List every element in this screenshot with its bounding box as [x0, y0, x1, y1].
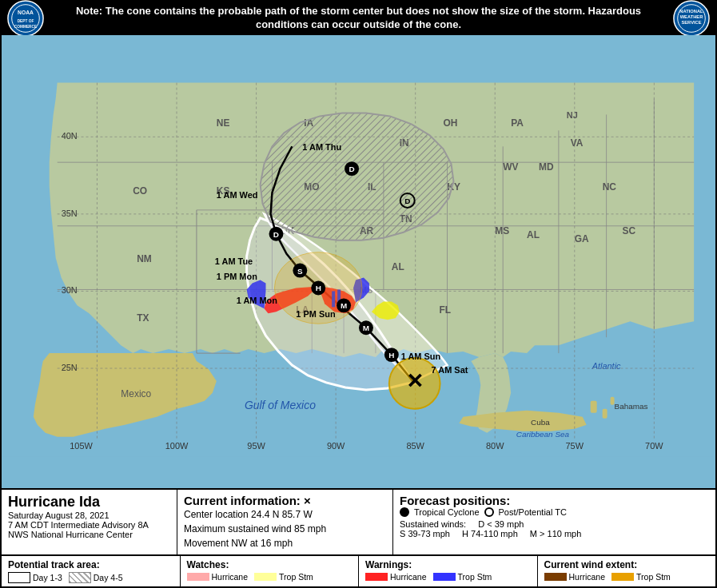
day45-label: Day 4-5: [94, 573, 123, 582]
current-location: Center location 24.4 N 85.7 W: [184, 507, 386, 522]
forecast-panel: Forecast positions: Tropical Cyclone Pos…: [393, 490, 715, 554]
svg-text:1 PM Sun: 1 PM Sun: [296, 309, 335, 319]
svg-text:Bahamas: Bahamas: [615, 402, 648, 411]
map-area: Gulf of Mexico Atlantic Caribbean Sea: [2, 35, 715, 488]
svg-text:Cuba: Cuba: [531, 417, 550, 426]
svg-text:SC: SC: [623, 225, 636, 236]
svg-text:D: D: [404, 197, 410, 205]
trop-stm-wind-label: Trop Stm: [636, 572, 671, 582]
svg-text:40N: 40N: [62, 131, 78, 141]
svg-text:GA: GA: [575, 233, 589, 244]
hurricane-advisory: 7 AM CDT Intermediate Advisory 8A: [8, 520, 170, 530]
hurricane-name: Hurricane Ida: [8, 494, 170, 511]
svg-text:S: S: [297, 266, 303, 275]
post-tc-icon: [484, 507, 494, 517]
current-info-title: Current information: ×: [184, 494, 386, 507]
bottom-legend-row: Potential track area: Day 1-3 Day 4-5 Wa…: [2, 555, 715, 586]
legend-trop-stm-wind: Trop Stm: [611, 572, 671, 582]
svg-text:VA: VA: [571, 137, 584, 149]
legend-track-area: Potential track area: Day 1-3 Day 4-5: [2, 556, 181, 586]
day13-label: Day 1-3: [33, 573, 62, 582]
svg-text:35N: 35N: [62, 209, 78, 218]
svg-text:NJ: NJ: [567, 110, 578, 120]
svg-rect-27: [591, 401, 597, 413]
svg-text:Mexico: Mexico: [121, 388, 151, 399]
svg-text:30N: 30N: [62, 285, 78, 295]
legend-wind-title: Current wind extent:: [544, 559, 710, 570]
svg-text:25N: 25N: [62, 363, 78, 372]
hurricane-watch-swatch: [187, 573, 209, 581]
svg-text:1 AM Sun: 1 AM Sun: [401, 352, 440, 361]
svg-text:NM: NM: [137, 252, 152, 264]
svg-text:1 PM Mon: 1 PM Mon: [217, 272, 257, 281]
svg-text:WV: WV: [503, 161, 518, 173]
tropical-cyclone-label: Tropical Cyclone: [414, 507, 480, 517]
legend-watches-title: Watches:: [187, 559, 353, 570]
svg-text:70W: 70W: [645, 440, 663, 450]
noaa-logo: NOAA DEPT OF COMMERCE: [6, 0, 45, 38]
svg-text:80W: 80W: [486, 440, 504, 450]
legend-hurricane-warning: Hurricane: [365, 572, 427, 582]
svg-text:WEATHER: WEATHER: [680, 14, 703, 19]
d-label: D < 39 mph: [478, 519, 524, 529]
cone-45-swatch: [69, 572, 91, 583]
svg-text:MD: MD: [539, 161, 554, 173]
legend-trop-stm-watch: Trop Stm: [254, 572, 313, 582]
cone-13-swatch: [8, 572, 30, 583]
svg-text:PA: PA: [511, 117, 524, 129]
svg-text:H: H: [388, 351, 394, 360]
svg-text:SERVICE: SERVICE: [681, 20, 701, 25]
legend-warnings-title: Warnings:: [365, 559, 531, 570]
legend-wind-extent: Current wind extent: Hurricane Trop Stm: [538, 556, 716, 586]
svg-text:M: M: [363, 324, 369, 332]
bottom-top-row: Hurricane Ida Saturday August 28, 2021 7…: [2, 490, 715, 555]
svg-text:Caribbean Sea: Caribbean Sea: [516, 429, 570, 438]
svg-text:AL: AL: [392, 260, 404, 272]
bottom-panels: Hurricane Ida Saturday August 28, 2021 7…: [2, 488, 715, 586]
hurricane-center: NWS National Hurricane Center: [8, 530, 170, 539]
trop-stm-warning-swatch: [433, 573, 456, 581]
svg-text:H: H: [316, 284, 321, 292]
svg-text:M: M: [341, 301, 347, 310]
svg-text:NC: NC: [603, 181, 617, 193]
trop-stm-wind-swatch: [611, 573, 634, 581]
h-label: H 74-110 mph: [462, 529, 518, 538]
trop-stm-watch-swatch: [254, 573, 277, 581]
trop-stm-warning-label: Trop Stm: [458, 572, 492, 582]
note-bar: NOAA DEPT OF COMMERCE Note: The cone con…: [2, 2, 715, 35]
m-label: M > 110 mph: [530, 529, 582, 538]
svg-text:NATIONAL: NATIONAL: [679, 9, 703, 14]
svg-text:FL: FL: [440, 304, 452, 316]
svg-text:1 AM Mon: 1 AM Mon: [237, 296, 277, 305]
hurricane-watch-label: Hurricane: [212, 572, 249, 582]
legend-warnings: Warnings: Hurricane Trop Stm: [359, 556, 538, 586]
svg-text:MS: MS: [495, 225, 509, 236]
svg-text:85W: 85W: [406, 440, 424, 450]
legend-track-title: Potential track area:: [8, 559, 173, 570]
svg-text:NOAA: NOAA: [18, 10, 34, 15]
note-text: Note: The cone contains the probable pat…: [76, 5, 641, 30]
current-movement: Movement NW at 16 mph: [184, 536, 386, 550]
hurricane-info-panel: Hurricane Ida Saturday August 28, 2021 7…: [2, 490, 177, 554]
svg-text:90W: 90W: [327, 440, 345, 450]
s-label: S 39-73 mph: [400, 529, 450, 538]
sustained-label: Sustained winds:: [400, 519, 466, 529]
svg-rect-28: [603, 409, 607, 419]
svg-text:AL: AL: [527, 229, 540, 240]
legend-day13: Day 1-3: [8, 572, 62, 583]
svg-text:NE: NE: [217, 117, 230, 129]
legend-watches: Watches: Hurricane Trop Stm: [181, 556, 360, 586]
svg-text:Gulf of Mexico: Gulf of Mexico: [245, 399, 316, 411]
svg-text:1 AM Thu: 1 AM Thu: [302, 142, 341, 152]
svg-text:OH: OH: [444, 117, 458, 129]
hurricane-wind-swatch: [544, 573, 567, 581]
svg-text:TX: TX: [137, 312, 149, 324]
svg-text:COMMERCE: COMMERCE: [14, 24, 37, 28]
tropical-cyclone-icon: [400, 507, 409, 517]
svg-text:95W: 95W: [247, 440, 265, 450]
svg-text:D: D: [273, 230, 279, 239]
current-wind: Maximum sustained wind 85 mph: [184, 522, 386, 536]
trop-stm-watch-label: Trop Stm: [279, 572, 313, 582]
svg-text:1 AM Tue: 1 AM Tue: [215, 256, 253, 265]
svg-text:1 AM Wed: 1 AM Wed: [217, 190, 258, 200]
